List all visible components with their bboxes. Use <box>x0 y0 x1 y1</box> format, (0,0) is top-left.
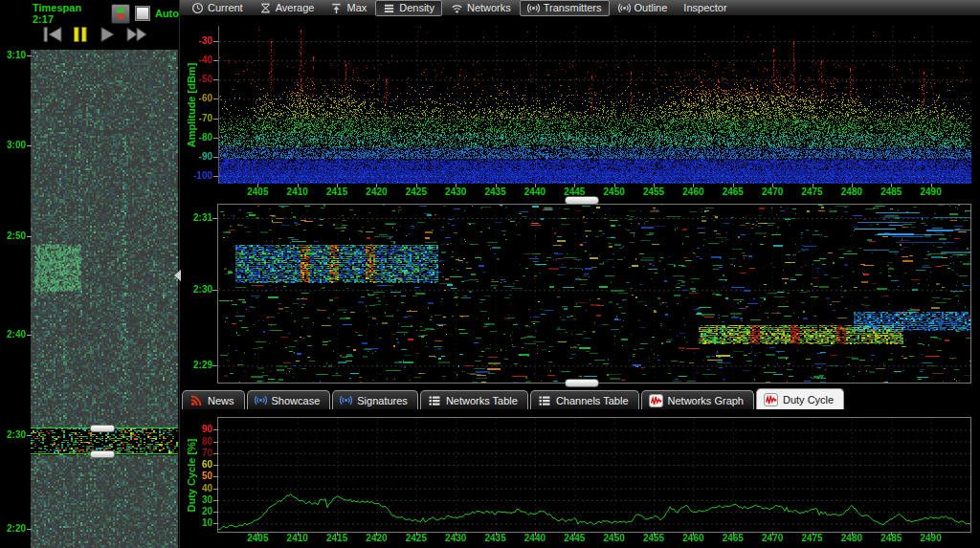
duty-cycle-tick-mark <box>213 512 218 513</box>
tab-showcase[interactable]: Showcase <box>247 390 331 409</box>
toolbar-button-max[interactable]: Max <box>323 0 374 16</box>
nav-time-tick-label: 2:30 <box>0 430 26 440</box>
pause-button[interactable] <box>70 25 91 44</box>
tab-label: Networks Table <box>446 395 518 406</box>
density-frequency-tick-mark <box>733 184 734 187</box>
density-icon <box>383 2 395 14</box>
auto-label: Auto <box>155 8 179 19</box>
density-frequency-tick-label: 2455 <box>643 187 664 197</box>
timespan-spinner[interactable] <box>111 4 130 24</box>
duty-cycle-plot[interactable] <box>218 418 970 532</box>
tab-networks-graph[interactable]: Networks Graph <box>641 390 754 409</box>
duty-cycle-plot-frame <box>217 417 971 533</box>
amplitude-tick-label: -50 <box>184 75 212 84</box>
density-frequency-tick-mark <box>891 184 892 187</box>
tab-duty-cycle[interactable]: Duty Cycle <box>756 388 844 409</box>
table-icon <box>428 394 441 407</box>
toolbar-button-average[interactable]: Average <box>252 0 323 16</box>
toolbar-button-density[interactable]: Density <box>375 0 442 16</box>
duty-cycle-tick-label: 10 <box>189 518 212 528</box>
density-frequency-tick-label: 2450 <box>604 187 625 197</box>
waterfall-time-tick-mark <box>212 365 217 366</box>
spinner-down-icon[interactable] <box>116 14 125 20</box>
amplitude-tick-mark <box>213 41 218 42</box>
toolbar-button-outline[interactable]: Outline <box>611 0 676 16</box>
waterfall-time-tick-label: 2:30 <box>182 285 212 295</box>
fast-forward-button[interactable] <box>123 25 150 44</box>
density-frequency-tick-label: 2440 <box>524 187 546 197</box>
max-icon <box>330 2 343 14</box>
density-frequency-tick-mark <box>496 184 497 187</box>
amplitude-tick-mark <box>213 176 218 177</box>
toolbar-button-current[interactable]: Current <box>184 0 251 16</box>
density-frequency-tick-mark <box>416 184 417 187</box>
density-frequency-tick-mark <box>376 184 377 187</box>
density-frequency-tick-mark <box>693 184 694 187</box>
duty-frequency-tick-mark <box>574 532 575 536</box>
duty-cycle-tick-label: 50 <box>189 471 212 481</box>
duty-frequency-tick-mark <box>891 532 892 536</box>
time-selection-bottom-handle[interactable] <box>90 450 115 458</box>
density-spectrum-plot[interactable] <box>218 26 971 184</box>
amplitude-tick-mark <box>213 79 218 80</box>
toolbar-button-networks[interactable]: Networks <box>443 0 519 16</box>
density-frequency-tick-mark <box>614 184 615 187</box>
toolbar-button-transmitters[interactable]: Transmitters <box>520 0 610 16</box>
amplitude-tick-mark <box>213 138 218 139</box>
time-selection-top-handle[interactable] <box>90 425 115 432</box>
density-frequency-tick-label: 2485 <box>880 187 902 197</box>
duty-frequency-tick-mark <box>654 532 655 536</box>
amplitude-tick-label: -30 <box>184 36 212 46</box>
amplitude-tick-mark <box>213 157 218 158</box>
duty-cycle-tick-label: 30 <box>189 495 212 505</box>
tab-label: Duty Cycle <box>783 394 834 406</box>
amplitude-tick-mark <box>213 99 218 99</box>
amplitude-tick-label: -100 <box>184 171 212 181</box>
tab-signatures[interactable]: Signatures <box>332 390 418 409</box>
spinner-up-icon[interactable] <box>116 7 125 12</box>
tab-label: Networks Graph <box>668 395 744 406</box>
auto-checkbox[interactable] <box>136 7 149 20</box>
density-frequency-tick-mark <box>456 184 457 187</box>
density-frequency-tick-mark <box>852 184 853 187</box>
density-frequency-tick-label: 2420 <box>366 187 387 197</box>
transmitter-blue-icon <box>340 394 352 406</box>
density-frequency-tick-label: 2475 <box>801 187 822 197</box>
graph-icon <box>649 394 663 407</box>
waterfall-time-tick-label: 2:31 <box>182 213 212 223</box>
play-icon <box>96 33 119 47</box>
waterfall-navigator[interactable] <box>31 50 178 548</box>
waterfall-navigator-panel: Timespan 2:17 Auto 3:103:002:502:402:302… <box>0 0 180 548</box>
panel-collapse-arrow[interactable] <box>174 270 181 281</box>
amplitude-tick-label: -80 <box>184 133 212 142</box>
average-icon <box>259 2 272 14</box>
bottom-tab-bar: NewsShowcaseSignaturesNetworks TableChan… <box>180 387 980 409</box>
tab-label: Channels Table <box>556 395 629 406</box>
skip-to-start-button[interactable] <box>40 25 65 44</box>
density-frequency-tick-label: 2415 <box>326 187 347 197</box>
duty-frequency-tick-mark <box>614 532 615 536</box>
tab-channels-table[interactable]: Channels Table <box>530 390 639 409</box>
toolbar-button-label: Outline <box>635 2 668 13</box>
duty-cycle-tick-label: 40 <box>189 484 212 493</box>
nav-time-tick-mark <box>27 145 32 146</box>
tab-news[interactable]: News <box>182 390 245 409</box>
duty-cycle-tick-mark <box>213 500 218 501</box>
density-frequency-tick-label: 2490 <box>921 187 942 197</box>
duty-cycle-tick-label: 90 <box>189 425 212 434</box>
play-button[interactable] <box>96 25 119 44</box>
duty-cycle-tick-label: 70 <box>189 449 212 458</box>
duty-frequency-tick-mark <box>772 532 773 536</box>
tab-label: Showcase <box>272 395 321 406</box>
density-frequency-tick-mark <box>931 184 932 187</box>
density-frequency-tick-mark <box>772 184 773 187</box>
toolbar-button-inspector[interactable]: Inspector <box>676 0 734 16</box>
nav-time-tick-label: 3:10 <box>0 51 26 60</box>
graph-icon <box>764 393 778 406</box>
waterfall-plot[interactable] <box>218 205 970 383</box>
tab-networks-table[interactable]: Networks Table <box>420 390 528 409</box>
nav-time-tick-mark <box>27 335 32 336</box>
splitter-handle-lower[interactable] <box>565 379 599 387</box>
duty-frequency-tick-mark <box>376 532 377 536</box>
rss-icon <box>189 394 203 407</box>
